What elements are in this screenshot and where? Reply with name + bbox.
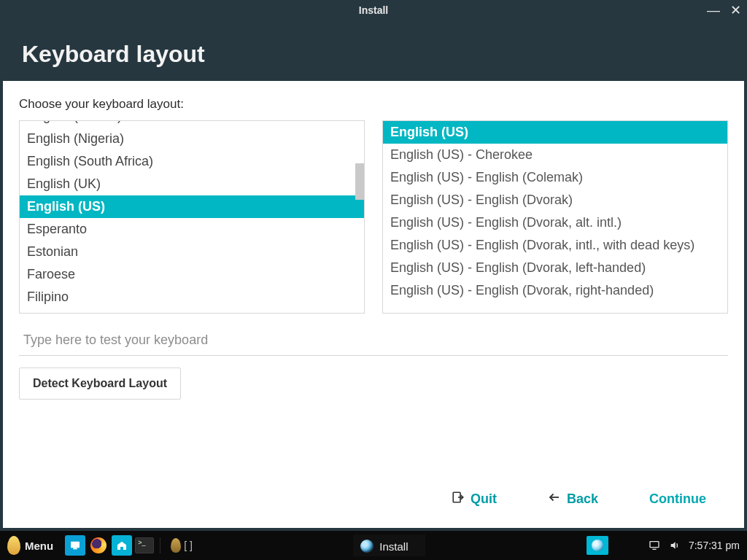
launcher-group — [65, 535, 154, 556]
minimize-icon[interactable]: — — [707, 4, 720, 17]
detect-row: Detect Keyboard Layout — [19, 368, 728, 400]
list-item[interactable]: English (US) - English (Dvorak, alt. int… — [383, 211, 727, 234]
arrow-left-icon — [548, 491, 561, 508]
update-manager-icon[interactable] — [171, 538, 181, 553]
list-item[interactable]: English (US) - English (Dvorak, right-ha… — [383, 279, 727, 302]
tray-installer-tile[interactable] — [587, 536, 608, 555]
menu-button[interactable]: Menu — [0, 531, 61, 560]
continue-button[interactable]: Continue — [649, 491, 706, 507]
quit-button[interactable]: Quit — [452, 491, 497, 508]
list-item[interactable]: English (US) - English (Colemak) — [383, 166, 727, 189]
task-label: Install — [379, 540, 408, 553]
svg-rect-1 — [71, 542, 80, 548]
list-item[interactable]: English (Nigeria) — [20, 128, 364, 150]
content-area: Choose your keyboard layout: English (Gh… — [3, 81, 744, 528]
taskbar: Menu [ ] Install 7:57:31 pm — [0, 531, 747, 560]
volume-tray-icon[interactable] — [668, 540, 681, 551]
layout-lists: English (Ghana) English (Nigeria) Englis… — [19, 120, 728, 314]
titlebar[interactable]: Install — ✕ — [0, 0, 747, 20]
list-item[interactable]: English (US) - English (Dvorak, left-han… — [383, 257, 727, 279]
layout-language-list[interactable]: English (Ghana) English (Nigeria) Englis… — [19, 120, 365, 314]
workspace-indicator[interactable]: [ ] — [184, 540, 193, 551]
back-label: Back — [567, 491, 598, 507]
svg-rect-3 — [650, 542, 659, 548]
back-button[interactable]: Back — [548, 491, 598, 508]
exit-icon — [452, 491, 465, 508]
menu-label: Menu — [25, 540, 53, 552]
installer-disc-icon — [360, 540, 374, 553]
terminal-launcher[interactable] — [135, 537, 154, 553]
clock[interactable]: 7:57:31 pm — [689, 540, 740, 551]
files-launcher[interactable] — [112, 535, 132, 556]
installer-window: Install — ✕ Keyboard layout Choose your … — [0, 0, 747, 531]
scrollbar-thumb[interactable] — [355, 163, 364, 200]
list-item[interactable]: Faroese — [20, 263, 364, 286]
nav-row: Quit Back Continue — [19, 491, 728, 515]
page-header: Keyboard layout — [0, 20, 747, 81]
firefox-launcher[interactable] — [88, 535, 109, 556]
prompt-label: Choose your keyboard layout: — [19, 97, 728, 112]
list-item-selected[interactable]: English (US) — [20, 195, 364, 218]
page-title: Keyboard layout — [22, 41, 725, 68]
window-title: Install — [359, 4, 388, 16]
list-item[interactable]: English (US) - English (Dvorak, intl., w… — [383, 234, 727, 257]
list-item-selected[interactable]: English (US) — [383, 121, 727, 144]
list-item[interactable]: Estonian — [20, 241, 364, 263]
scrollbar-track[interactable] — [355, 121, 364, 313]
list-item[interactable]: English (UK) — [20, 173, 364, 195]
installer-disc-icon-small — [592, 540, 603, 551]
display-tray-icon[interactable] — [648, 540, 661, 551]
distro-logo-icon — [7, 536, 20, 555]
detect-keyboard-button[interactable]: Detect Keyboard Layout — [19, 368, 181, 400]
svg-rect-2 — [74, 548, 77, 549]
window-controls: — ✕ — [707, 0, 741, 20]
taskbar-right: 7:57:31 pm — [587, 536, 747, 555]
taskbar-separator — [160, 537, 160, 553]
list-item[interactable]: English (US) - English (Dvorak) — [383, 189, 727, 211]
show-desktop-launcher[interactable] — [65, 535, 85, 556]
continue-label: Continue — [649, 491, 706, 507]
close-icon[interactable]: ✕ — [730, 4, 741, 17]
list-item[interactable]: English (US) - Cherokee — [383, 144, 727, 166]
firefox-icon — [90, 537, 107, 553]
list-item[interactable]: English (South Africa) — [20, 150, 364, 173]
keyboard-test-input[interactable] — [19, 327, 728, 356]
task-button-install[interactable]: Install — [353, 534, 425, 556]
taskbar-center: Install — [193, 534, 587, 556]
layout-variant-list[interactable]: English (US) English (US) - Cherokee Eng… — [382, 120, 728, 314]
home-icon — [116, 540, 128, 551]
desktop-icon — [69, 540, 81, 551]
list-item[interactable]: English (Ghana) — [20, 120, 364, 128]
list-item[interactable]: Esperanto — [20, 218, 364, 241]
quit-label: Quit — [471, 491, 497, 507]
list-item[interactable]: Filipino — [20, 286, 364, 308]
